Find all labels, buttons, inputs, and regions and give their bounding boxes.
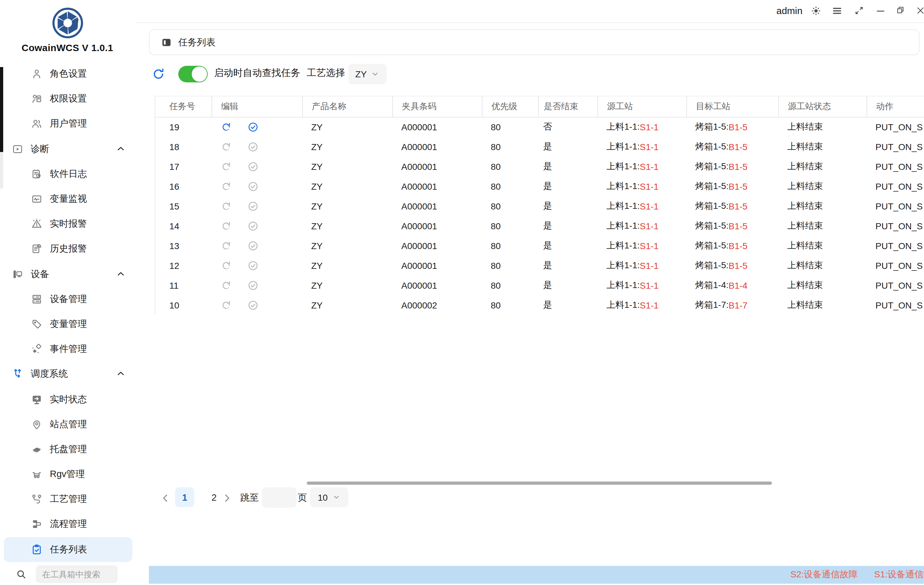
complete-task-icon[interactable] <box>247 240 259 251</box>
cell-source-status: 上料结束 <box>778 137 866 157</box>
sidebar-item-flow-management[interactable]: 流程管理 <box>0 512 135 537</box>
cell-fixture-barcode: A000001 <box>392 216 482 236</box>
complete-task-icon[interactable] <box>247 279 259 291</box>
complete-task-icon[interactable] <box>247 299 259 311</box>
cell-priority: 80 <box>482 236 538 255</box>
sidebar-item-software-log[interactable]: 软件日志 <box>0 161 135 186</box>
retry-task-icon[interactable] <box>221 121 232 132</box>
cell-source-status: 上料结束 <box>778 157 866 176</box>
close-icon[interactable] <box>915 5 924 16</box>
cell-finished: 是 <box>538 176 597 196</box>
fullscreen-icon[interactable] <box>854 5 865 16</box>
theme-sun-icon[interactable] <box>810 5 822 16</box>
sidebar-item-permission-settings[interactable]: 权限设置 <box>0 86 135 111</box>
alarm-status-bar: S2:设备通信故障S1:设备通信故 <box>149 566 924 584</box>
sidebar-item-label: 站点管理 <box>50 418 87 430</box>
complete-task-icon[interactable] <box>247 220 259 232</box>
sidebar-item-user-management[interactable]: 用户管理 <box>0 112 135 136</box>
page-size-dropdown[interactable]: 10 <box>310 487 348 507</box>
cell-edit <box>211 157 302 176</box>
complete-task-icon[interactable] <box>247 260 259 271</box>
current-user-label[interactable]: admin <box>776 5 803 16</box>
cell-source-station: 上料1-1:S1-1 <box>597 137 686 157</box>
page-button-1[interactable]: 1 <box>175 487 194 507</box>
sidebar-item-label: 流程管理 <box>50 518 87 531</box>
cell-action: PUT_ON_S <box>866 117 924 137</box>
complete-task-icon[interactable] <box>247 141 259 152</box>
sidebar-item-device-management[interactable]: 设备管理 <box>0 287 135 311</box>
cell-edit <box>211 176 302 196</box>
retry-task-icon[interactable] <box>221 260 232 271</box>
sidebar-item-realtime-status[interactable]: 实时状态 <box>0 387 135 412</box>
sidebar-item-variable-monitor[interactable]: 变量监视 <box>0 186 135 211</box>
page-next-icon[interactable] <box>221 493 233 504</box>
sidebar-item-rgv-management[interactable]: Rgv管理 <box>0 462 135 487</box>
realtime-alarm-icon <box>31 218 43 230</box>
sidebar-item-scheduling-system[interactable]: 调度系统 <box>0 362 135 387</box>
cell-priority: 80 <box>482 117 538 137</box>
cell-action: PUT_ON_S <box>866 196 924 216</box>
alarm-message-s2[interactable]: S2:设备通信故障 <box>790 569 858 579</box>
alarm-message-s1[interactable]: S1:设备通信故 <box>874 569 924 579</box>
cell-task-id: 15 <box>155 196 211 216</box>
sidebar-item-station-management[interactable]: 站点管理 <box>0 412 135 437</box>
task-row-10: 10ZYA00000280是上料1-1:S1-1烤箱1-7:B1-7上料结束PU… <box>155 295 924 314</box>
minimize-icon[interactable] <box>875 5 886 16</box>
complete-task-icon[interactable] <box>247 121 259 132</box>
sidebar-item-craft-management[interactable]: 工艺管理 <box>0 487 135 512</box>
chevron-up-icon[interactable] <box>116 143 126 153</box>
cell-product: ZY <box>302 137 392 157</box>
cell-source-status: 上料结束 <box>778 176 866 196</box>
cell-fixture-barcode: A000001 <box>392 255 482 275</box>
horizontal-scrollbar-thumb[interactable] <box>307 481 772 485</box>
sidebar-item-variable-management[interactable]: 变量管理 <box>0 311 135 336</box>
retry-task-icon[interactable] <box>221 161 232 172</box>
aperture-logo-icon <box>51 7 84 40</box>
sidebar-item-realtime-alarm[interactable]: 实时报警 <box>0 211 135 236</box>
cell-action: PUT_ON_S <box>866 176 924 196</box>
retry-task-icon[interactable] <box>221 200 232 212</box>
sidebar-item-task-list[interactable]: 任务列表 <box>4 537 132 562</box>
retry-task-icon[interactable] <box>221 141 232 152</box>
cell-action: PUT_ON_S <box>866 157 924 176</box>
station-icon <box>31 418 43 430</box>
retry-task-icon[interactable] <box>221 180 232 192</box>
task-row-15: 15ZYA00000180是上料1-1:S1-1烤箱1-5:B1-5上料结束PU… <box>155 196 924 216</box>
sidebar-item-history-alarm[interactable]: 历史报警 <box>0 237 135 262</box>
auto-find-toggle[interactable] <box>178 66 208 82</box>
cell-target-station: 烤箱1-5:B1-5 <box>686 117 778 137</box>
cell-finished: 是 <box>538 216 597 236</box>
menu-hamburger-icon[interactable] <box>832 5 843 16</box>
complete-task-icon[interactable] <box>247 200 259 212</box>
chevron-up-icon[interactable] <box>116 369 126 379</box>
page-button-2[interactable]: 2 <box>205 487 224 507</box>
complete-task-icon[interactable] <box>247 161 259 172</box>
refresh-icon[interactable] <box>152 67 165 81</box>
chevron-up-icon[interactable] <box>116 269 126 279</box>
retry-task-icon[interactable] <box>221 299 232 311</box>
sidebar-item-diagnosis[interactable]: 诊断 <box>0 136 135 161</box>
sidebar-item-event-management[interactable]: 事件管理 <box>0 336 135 361</box>
retry-task-icon[interactable] <box>221 220 232 232</box>
cell-task-id: 17 <box>155 157 211 176</box>
users-icon <box>31 118 43 130</box>
tab-task-list[interactable]: 任务列表 <box>149 30 919 55</box>
cell-action: PUT_ON_S <box>866 236 924 255</box>
cell-action: PUT_ON_S <box>866 275 924 295</box>
toggle-knob <box>192 66 207 82</box>
retry-task-icon[interactable] <box>221 240 232 251</box>
toolbox-search <box>0 563 135 585</box>
toolbox-search-input[interactable] <box>36 565 117 583</box>
cell-fixture-barcode: A000001 <box>392 117 482 137</box>
restore-window-icon[interactable] <box>895 5 907 16</box>
retry-task-icon[interactable] <box>221 279 232 291</box>
jump-page-input[interactable] <box>262 487 297 508</box>
sidebar-item-device[interactable]: 设备 <box>0 262 135 287</box>
cell-action: PUT_ON_S <box>866 216 924 236</box>
task-table: 任务号编辑产品名称夹具条码优先级是否结束源工站目标工站源工站状态动作 19ZYA… <box>155 96 924 314</box>
complete-task-icon[interactable] <box>247 180 259 192</box>
sidebar-item-label: 软件日志 <box>50 168 87 180</box>
page-prev-icon[interactable] <box>160 493 171 504</box>
sidebar-item-pallet-management[interactable]: 托盘管理 <box>0 437 135 462</box>
process-select-dropdown[interactable]: ZY <box>348 64 386 84</box>
